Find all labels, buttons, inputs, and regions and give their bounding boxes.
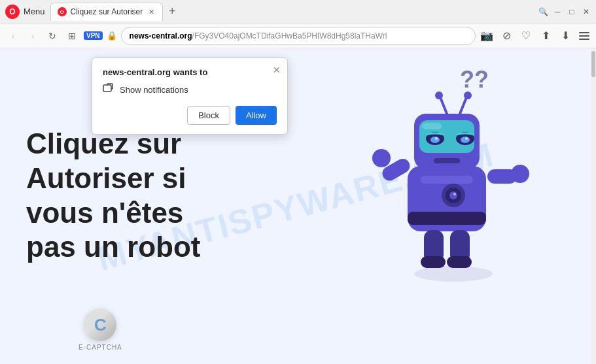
url-domain: news-central.org: [130, 31, 192, 41]
popup-title: news-central.org wants to: [103, 67, 277, 77]
robot-illustration: ??: [368, 61, 552, 297]
svg-point-27: [511, 165, 529, 183]
toolbar-icons: 📷 ⊘ ♡ ⬆ ⬇: [480, 29, 591, 43]
popup-notification-row: Show notifications: [103, 82, 277, 97]
refresh-button[interactable]: ↻: [44, 28, 60, 44]
popup-close-button[interactable]: ✕: [273, 65, 281, 75]
svg-rect-30: [421, 256, 446, 268]
forward-button[interactable]: ›: [25, 28, 41, 44]
page-container: MYANTISPYWARE.COM ✕ news-central.org wan…: [0, 48, 596, 364]
svg-rect-19: [434, 158, 460, 163]
download-icon[interactable]: ⬇: [558, 29, 572, 43]
svg-rect-31: [447, 256, 472, 268]
url-path: /FGy3VO40ajOMcTDifaGHwBa5PHIW8dHg58laTHa…: [192, 31, 387, 41]
notification-popup: ✕ news-central.org wants to Show notific…: [92, 58, 288, 135]
text-line-2: Autoriser si: [26, 161, 275, 196]
url-field[interactable]: news-central.org /FGy3VO40ajOMcTDifaGHwB…: [121, 27, 476, 45]
share-icon[interactable]: ⬆: [538, 29, 553, 43]
text-line-4: pas un robot: [26, 230, 275, 265]
menu-label[interactable]: Menu: [24, 7, 45, 16]
svg-point-8: [449, 191, 457, 199]
shield-icon[interactable]: ⊘: [499, 29, 514, 43]
new-tab-button[interactable]: +: [163, 3, 181, 21]
svg-rect-0: [103, 85, 111, 91]
window-controls: 🔍 ─ □ ✕: [538, 7, 591, 16]
svg-line-22: [460, 97, 466, 114]
svg-point-25: [372, 149, 391, 167]
notification-text: Show notifications: [120, 85, 188, 95]
browser-menu-icon[interactable]: [578, 31, 591, 41]
svg-point-2: [414, 266, 493, 282]
captcha-icon: C: [84, 308, 116, 341]
svg-point-17: [461, 137, 470, 143]
scrollbar[interactable]: [591, 48, 596, 364]
scrollbar-thumb[interactable]: [591, 51, 595, 77]
tab-favicon: O: [58, 7, 67, 16]
tab-bar: O Cliquez sur Autoriser ✕ +: [50, 3, 538, 21]
back-button[interactable]: ‹: [5, 28, 21, 44]
page-content: MYANTISPYWARE.COM ✕ news-central.org wan…: [0, 48, 591, 364]
svg-point-23: [464, 91, 472, 99]
notification-icon: [103, 82, 114, 97]
opera-logo: O: [5, 5, 20, 19]
svg-point-14: [430, 137, 440, 143]
svg-rect-5: [421, 176, 473, 184]
captcha-label: E-CAPTCHA: [79, 344, 122, 351]
allow-button[interactable]: Allow: [236, 106, 277, 125]
search-icon[interactable]: 🔍: [538, 7, 548, 16]
popup-actions: Block Allow: [103, 106, 277, 125]
svg-rect-12: [422, 123, 442, 129]
text-line-3: vous n'êtes: [26, 196, 275, 231]
lock-icon: 🔒: [107, 31, 117, 41]
close-button[interactable]: ✕: [582, 7, 591, 16]
title-bar-left: O Menu: [5, 5, 45, 19]
svg-point-18: [465, 137, 468, 140]
tab-label: Cliquez sur Autoriser: [71, 7, 143, 16]
svg-point-21: [435, 91, 443, 99]
svg-point-9: [453, 193, 456, 195]
vpn-badge: VPN: [84, 31, 103, 40]
active-tab[interactable]: O Cliquez sur Autoriser ✕: [50, 3, 164, 21]
title-bar: O Menu O Cliquez sur Autoriser ✕ + 🔍 ─ □…: [0, 0, 596, 24]
svg-line-20: [440, 97, 447, 114]
heart-icon[interactable]: ♡: [519, 29, 533, 43]
captcha-logo: C E-CAPTCHA: [79, 308, 122, 351]
svg-text:??: ??: [460, 66, 489, 93]
grid-button[interactable]: ⊞: [64, 28, 80, 44]
camera-icon[interactable]: 📷: [480, 29, 494, 43]
svg-point-15: [435, 137, 438, 140]
address-bar: ‹ › ↻ ⊞ VPN 🔒 news-central.org /FGy3VO40…: [0, 24, 596, 48]
minimize-button[interactable]: ─: [553, 7, 562, 16]
page-main-text: Cliquez sur Autoriser si vous n'êtes pas…: [26, 127, 275, 265]
svg-rect-4: [408, 212, 486, 225]
block-button[interactable]: Block: [187, 106, 230, 125]
tab-close-button[interactable]: ✕: [147, 7, 156, 16]
maximize-button[interactable]: □: [567, 7, 576, 16]
